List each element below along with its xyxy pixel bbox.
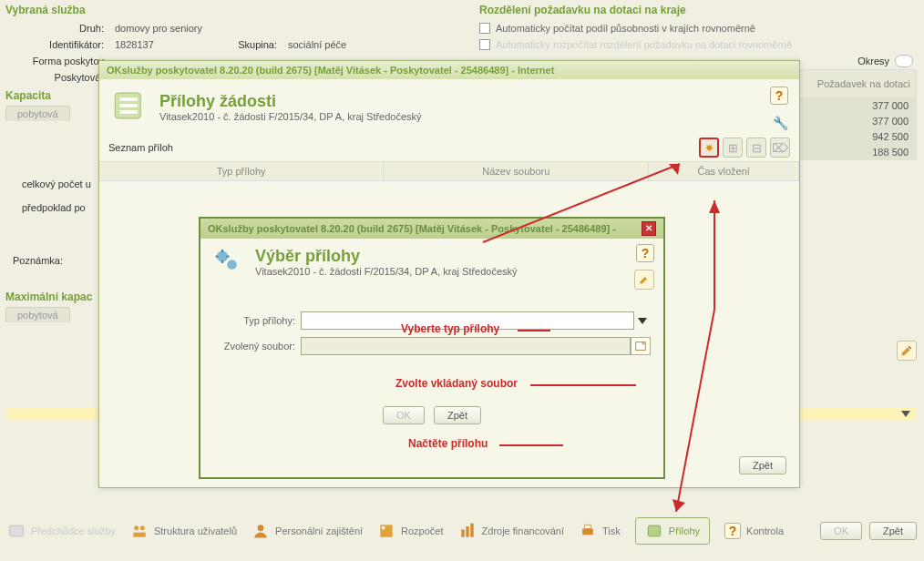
bb-struktura[interactable]: Struktura uživatelů bbox=[130, 522, 237, 540]
close-icon[interactable]: ✕ bbox=[642, 221, 656, 236]
value-skupina: sociální péče bbox=[282, 36, 352, 53]
bb-label: Rozpočet bbox=[401, 525, 443, 536]
dialog-heading: Výběr přílohy bbox=[255, 247, 518, 266]
personalni-icon bbox=[252, 522, 270, 540]
bb-label: Přílohy bbox=[669, 525, 700, 536]
window1-title: OKslužby poskytovatel 8.20.20 (build 267… bbox=[107, 65, 554, 76]
svg-rect-1 bbox=[120, 97, 138, 101]
svg-point-14 bbox=[134, 525, 139, 530]
svg-rect-20 bbox=[461, 529, 464, 536]
tab-pobytova[interactable]: pobytová bbox=[5, 106, 70, 121]
dialog-zpet-button[interactable]: Zpět bbox=[434, 406, 481, 424]
window1-zpet-button[interactable]: Zpět bbox=[739, 456, 786, 474]
prilohy-icon bbox=[645, 522, 663, 540]
bb-label: Personální zajištění bbox=[275, 525, 363, 536]
footer-zpet-button[interactable]: Zpět bbox=[869, 522, 917, 540]
label-ident: Identifikátor: bbox=[0, 36, 109, 53]
bb-label: Předchůdce služby bbox=[31, 525, 116, 536]
bb-tisk[interactable]: Tisk bbox=[579, 522, 621, 540]
kontrola-icon: ? bbox=[724, 523, 741, 539]
svg-rect-23 bbox=[582, 529, 593, 536]
dialog-title: OKslužby poskytovatel 8.20.20 (build 267… bbox=[208, 223, 616, 234]
typ-prilohy-select[interactable] bbox=[301, 311, 634, 330]
footer-ok-button[interactable]: OK bbox=[820, 522, 862, 540]
chevron-down-icon[interactable] bbox=[634, 312, 651, 329]
dropdown-icon[interactable] bbox=[898, 406, 913, 423]
dialog-ok-button[interactable]: OK bbox=[383, 406, 425, 424]
help-icon[interactable]: ? bbox=[636, 244, 654, 262]
value-ident: 1828137 bbox=[109, 36, 191, 53]
seznam-label: Seznam příloh bbox=[108, 142, 173, 153]
predchudce-icon bbox=[7, 522, 26, 540]
new-attachment-button[interactable]: ✷ bbox=[699, 138, 719, 158]
help-icon[interactable]: ? bbox=[770, 87, 788, 105]
check-label-2: Automaticky rozpočítat rozdělení požadav… bbox=[496, 39, 792, 50]
section-rozdeleni: Rozdělení požadavku na dotaci na kraje bbox=[474, 0, 917, 20]
svg-rect-2 bbox=[120, 104, 138, 107]
browse-file-button[interactable] bbox=[631, 337, 651, 355]
rozpocet-icon bbox=[377, 522, 395, 540]
col-cas-vlozeni: Čas vložení bbox=[649, 162, 799, 180]
bb-kontrola[interactable]: ? Kontrola bbox=[724, 523, 784, 539]
dialog-titlebar: OKslužby poskytovatel 8.20.20 (build 267… bbox=[200, 219, 663, 239]
bottom-toolbar: Předchůdce služby Struktura uživatelů Pe… bbox=[0, 508, 924, 554]
label-zvoleny-soubor: Zvolený soubor: bbox=[213, 341, 301, 352]
check-auto-podil[interactable]: Automaticky počítat podíl působnosti v k… bbox=[474, 20, 917, 36]
attachments-grid-header: Typ přílohy Název souboru Čas vložení bbox=[99, 161, 799, 181]
svg-rect-25 bbox=[648, 525, 660, 536]
bb-label: Zdroje financování bbox=[482, 525, 565, 536]
toolbar-btn-3[interactable]: ⊟ bbox=[746, 138, 766, 158]
cloud-icon[interactable] bbox=[895, 55, 913, 67]
toolbar-btn-2[interactable]: ⊞ bbox=[723, 138, 743, 158]
dialog-edit-button[interactable] bbox=[634, 270, 654, 290]
svg-point-5 bbox=[227, 260, 237, 270]
label-typ-prilohy: Typ přílohy: bbox=[213, 315, 301, 326]
check-auto-rozpocitat[interactable]: Automaticky rozpočítat rozdělení požadav… bbox=[474, 36, 917, 53]
label-druh: Druh: bbox=[0, 20, 109, 36]
zdroje-icon bbox=[458, 522, 477, 540]
folder-icon bbox=[110, 87, 149, 127]
dialog-subheading: Vitasek2010 - č. žádosti F/2015/34, DP A… bbox=[255, 266, 518, 277]
tab-pobytova-2[interactable]: pobytová bbox=[5, 307, 70, 322]
section-vybrana: Vybraná služba bbox=[0, 0, 474, 20]
okresy-label: Okresy bbox=[857, 56, 889, 66]
bb-personalni[interactable]: Personální zajištění bbox=[252, 522, 363, 540]
edit-button[interactable] bbox=[897, 341, 917, 361]
zvoleny-soubor-field bbox=[301, 337, 631, 355]
checkbox-icon[interactable] bbox=[479, 23, 490, 34]
svg-rect-19 bbox=[382, 526, 385, 529]
bb-predchudce[interactable]: Předchůdce služby bbox=[7, 522, 116, 540]
check-label-1: Automaticky počítat podíl působnosti v k… bbox=[496, 23, 755, 34]
bb-label: Tisk bbox=[602, 525, 621, 536]
label-skupina: Skupina: bbox=[191, 36, 282, 53]
svg-point-17 bbox=[258, 525, 264, 531]
svg-rect-22 bbox=[470, 524, 473, 537]
wrench-icon[interactable]: 🔧 bbox=[773, 116, 788, 130]
svg-rect-3 bbox=[120, 110, 138, 114]
window1-heading: Přílohy žádosti bbox=[159, 92, 422, 111]
label-poskytovar: Poskytovár bbox=[0, 69, 109, 86]
col-typ-prilohy: Typ přílohy bbox=[99, 162, 384, 180]
window1-titlebar: OKslužby poskytovatel 8.20.20 (build 267… bbox=[99, 61, 799, 79]
bb-label: Kontrola bbox=[746, 525, 784, 536]
checkbox-icon[interactable] bbox=[479, 39, 490, 50]
svg-rect-21 bbox=[466, 526, 468, 537]
svg-rect-24 bbox=[585, 525, 591, 528]
svg-rect-13 bbox=[10, 525, 24, 536]
window1-subheading: Vitasek2010 - č. žádosti F/2015/34, DP A… bbox=[159, 111, 422, 122]
label-forma: Forma poskytov bbox=[0, 53, 109, 69]
bb-zdroje[interactable]: Zdroje financování bbox=[458, 522, 565, 540]
tisk-icon bbox=[579, 522, 597, 540]
bb-prilohy[interactable]: Přílohy bbox=[635, 517, 710, 545]
bb-label: Struktura uživatelů bbox=[154, 525, 237, 536]
struktura-icon bbox=[130, 522, 149, 540]
gears-icon bbox=[211, 244, 244, 279]
svg-point-15 bbox=[140, 525, 145, 530]
toolbar-btn-4[interactable]: ⌦ bbox=[770, 138, 790, 158]
col-nazev-souboru: Název souboru bbox=[384, 162, 649, 180]
bb-rozpocet[interactable]: Rozpočet bbox=[377, 522, 443, 540]
value-druh: domovy pro seniory bbox=[109, 20, 208, 36]
svg-point-4 bbox=[217, 251, 228, 262]
svg-rect-16 bbox=[133, 533, 145, 537]
